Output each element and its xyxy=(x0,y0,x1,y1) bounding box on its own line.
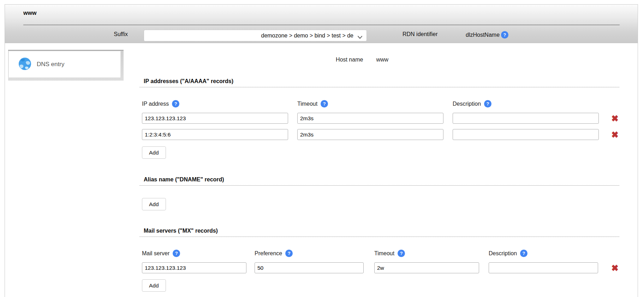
ip-timeout-input[interactable] xyxy=(297,129,443,140)
rdn-identifier-value: dlzHostName xyxy=(466,32,500,38)
ip-address-input[interactable] xyxy=(142,129,288,140)
tab-dns-entry[interactable]: DNS entry xyxy=(8,50,124,81)
help-icon[interactable]: ? xyxy=(321,100,328,107)
mail-server-column-label: Mail server xyxy=(142,250,169,257)
section-heading-dname: Alias name ("DNAME" record) xyxy=(139,176,619,186)
timeout-column-label: Timeout xyxy=(297,101,317,107)
ip-timeout-input[interactable] xyxy=(297,113,443,124)
add-ip-button[interactable]: Add xyxy=(142,146,166,159)
form-column: IP addresses ("A/AAAA" records) IP addre… xyxy=(139,78,619,292)
mail-server-input[interactable] xyxy=(142,262,246,273)
section-heading-ip: IP addresses ("A/AAAA" records) xyxy=(139,78,619,87)
add-mx-button[interactable]: Add xyxy=(142,279,166,292)
ip-row: ✖ xyxy=(139,113,619,124)
description-column-label: Description xyxy=(489,250,517,257)
page-frame: www Suffix demozone > demo > bind > test… xyxy=(5,4,638,297)
ip-header-row: IP address ? Timeout ? Description ? xyxy=(139,100,619,107)
help-icon[interactable]: ? xyxy=(285,250,293,257)
title-divider xyxy=(23,25,620,25)
hostname-value: www xyxy=(376,57,388,63)
delete-row-icon[interactable]: ✖ xyxy=(611,130,618,139)
help-icon[interactable]: ? xyxy=(484,100,491,107)
ip-address-column-label: IP address xyxy=(142,101,169,107)
page-header: www Suffix demozone > demo > bind > test… xyxy=(5,5,638,43)
hostname-label: Host name xyxy=(336,57,363,63)
ip-row: ✖ xyxy=(139,129,619,140)
suffix-select-value: demozone > demo > bind > test > de xyxy=(261,33,353,39)
delete-row-icon[interactable]: ✖ xyxy=(611,114,618,123)
timeout-column-label: Timeout xyxy=(374,250,394,257)
help-icon[interactable]: ? xyxy=(172,100,179,107)
chevron-down-icon xyxy=(358,34,362,37)
mx-header-row: Mail server ? Preference ? Timeout ? Des… xyxy=(139,250,619,257)
mx-description-input[interactable] xyxy=(489,262,598,273)
globe-icon xyxy=(18,57,31,72)
suffix-label: Suffix xyxy=(73,31,128,37)
mx-preference-input[interactable] xyxy=(255,262,364,273)
help-icon[interactable]: ? xyxy=(398,250,405,257)
help-icon[interactable]: ? xyxy=(520,250,527,257)
preference-column-label: Preference xyxy=(255,250,282,257)
ip-address-input[interactable] xyxy=(142,113,288,124)
help-icon[interactable]: ? xyxy=(501,31,508,39)
add-dname-button[interactable]: Add xyxy=(142,198,166,210)
ip-description-input[interactable] xyxy=(453,113,599,124)
delete-row-icon[interactable]: ✖ xyxy=(611,264,618,272)
page-title: www xyxy=(23,10,36,16)
ip-description-input[interactable] xyxy=(453,129,599,140)
tab-dns-entry-label: DNS entry xyxy=(37,61,64,68)
section-heading-mx: Mail servers ("MX" records) xyxy=(139,228,619,237)
mx-timeout-input[interactable] xyxy=(374,262,479,273)
suffix-select[interactable]: demozone > demo > bind > test > de xyxy=(144,30,367,41)
content-area: DNS entry Host name www IP addresses ("A… xyxy=(5,43,638,297)
help-icon[interactable]: ? xyxy=(173,250,180,257)
mx-row: ✖ xyxy=(139,262,619,273)
rdn-identifier-label: RDN identifier xyxy=(402,31,438,37)
hostname-row: Host name www xyxy=(336,57,388,63)
description-column-label: Description xyxy=(453,101,481,107)
